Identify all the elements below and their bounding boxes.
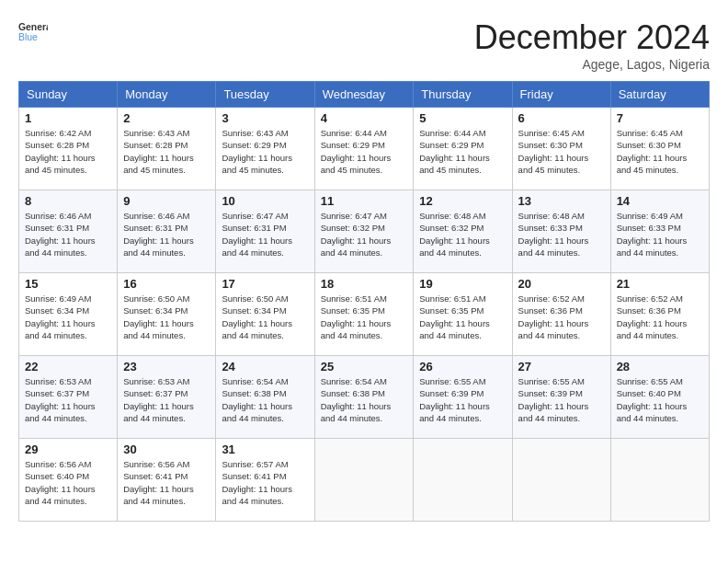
day-number: 28 [617, 360, 703, 373]
day-info: Sunrise: 6:45 AMSunset: 6:30 PMDaylight:… [617, 128, 688, 175]
calendar-cell: 9 Sunrise: 6:46 AMSunset: 6:31 PMDayligh… [118, 190, 216, 273]
calendar-cell: 20 Sunrise: 6:52 AMSunset: 6:36 PMDaylig… [512, 273, 610, 356]
header-thursday: Thursday [414, 82, 512, 108]
day-number: 15 [25, 277, 111, 291]
calendar-cell: 6 Sunrise: 6:45 AMSunset: 6:30 PMDayligh… [512, 108, 610, 190]
logo: General Blue [18, 18, 48, 48]
calendar-cell [314, 439, 414, 522]
day-info: Sunrise: 6:43 AMSunset: 6:29 PMDaylight:… [222, 128, 292, 175]
day-info: Sunrise: 6:54 AMSunset: 6:38 PMDaylight:… [222, 376, 292, 423]
day-number: 18 [321, 277, 408, 291]
day-number: 12 [419, 194, 506, 208]
day-number: 3 [222, 111, 308, 125]
calendar-cell: 28 Sunrise: 6:55 AMSunset: 6:40 PMDaylig… [610, 356, 709, 439]
day-number: 27 [518, 360, 605, 373]
day-info: Sunrise: 6:53 AMSunset: 6:37 PMDaylight:… [25, 376, 96, 423]
day-number: 23 [123, 360, 210, 373]
day-info: Sunrise: 6:49 AMSunset: 6:34 PMDaylight:… [25, 293, 96, 340]
day-number: 14 [617, 194, 703, 208]
day-info: Sunrise: 6:49 AMSunset: 6:33 PMDaylight:… [617, 211, 688, 258]
day-info: Sunrise: 6:46 AMSunset: 6:31 PMDaylight:… [25, 211, 96, 258]
day-info: Sunrise: 6:47 AMSunset: 6:32 PMDaylight:… [321, 211, 392, 258]
day-info: Sunrise: 6:50 AMSunset: 6:34 PMDaylight:… [123, 293, 194, 340]
day-number: 2 [123, 111, 210, 125]
day-number: 11 [321, 194, 408, 208]
day-number: 1 [25, 111, 111, 125]
day-info: Sunrise: 6:52 AMSunset: 6:36 PMDaylight:… [518, 293, 589, 340]
day-number: 16 [123, 277, 210, 291]
calendar-cell: 21 Sunrise: 6:52 AMSunset: 6:36 PMDaylig… [610, 273, 709, 356]
svg-text:General: General [18, 22, 48, 32]
calendar-cell: 19 Sunrise: 6:51 AMSunset: 6:35 PMDaylig… [414, 273, 512, 356]
calendar-week-row: 29 Sunrise: 6:56 AMSunset: 6:40 PMDaylig… [19, 439, 710, 522]
calendar-cell: 31 Sunrise: 6:57 AMSunset: 6:41 PMDaylig… [216, 439, 314, 522]
calendar-cell [610, 439, 709, 522]
day-number: 17 [222, 277, 308, 291]
day-number: 13 [518, 194, 605, 208]
day-info: Sunrise: 6:53 AMSunset: 6:37 PMDaylight:… [123, 376, 194, 423]
calendar-cell: 29 Sunrise: 6:56 AMSunset: 6:40 PMDaylig… [19, 439, 118, 522]
day-info: Sunrise: 6:43 AMSunset: 6:28 PMDaylight:… [123, 128, 194, 175]
location-subtitle: Agege, Lagos, Nigeria [474, 57, 710, 72]
day-number: 9 [123, 194, 210, 208]
calendar-cell: 25 Sunrise: 6:54 AMSunset: 6:38 PMDaylig… [314, 356, 414, 439]
day-info: Sunrise: 6:56 AMSunset: 6:41 PMDaylight:… [123, 459, 194, 506]
day-number: 4 [321, 111, 408, 125]
calendar-cell: 14 Sunrise: 6:49 AMSunset: 6:33 PMDaylig… [610, 190, 709, 273]
day-info: Sunrise: 6:57 AMSunset: 6:41 PMDaylight:… [222, 459, 292, 506]
calendar-header-row: Sunday Monday Tuesday Wednesday Thursday… [19, 82, 710, 108]
calendar-cell: 18 Sunrise: 6:51 AMSunset: 6:35 PMDaylig… [314, 273, 414, 356]
day-info: Sunrise: 6:50 AMSunset: 6:34 PMDaylight:… [222, 293, 292, 340]
calendar-cell: 23 Sunrise: 6:53 AMSunset: 6:37 PMDaylig… [118, 356, 216, 439]
day-info: Sunrise: 6:48 AMSunset: 6:32 PMDaylight:… [419, 211, 490, 258]
calendar-week-row: 1 Sunrise: 6:42 AMSunset: 6:28 PMDayligh… [19, 108, 710, 190]
header-sunday: Sunday [19, 82, 118, 108]
day-info: Sunrise: 6:51 AMSunset: 6:35 PMDaylight:… [321, 293, 392, 340]
day-info: Sunrise: 6:48 AMSunset: 6:33 PMDaylight:… [518, 211, 589, 258]
day-info: Sunrise: 6:46 AMSunset: 6:31 PMDaylight:… [123, 211, 194, 258]
header-monday: Monday [118, 82, 216, 108]
calendar-cell: 5 Sunrise: 6:44 AMSunset: 6:29 PMDayligh… [414, 108, 512, 190]
calendar-cell: 12 Sunrise: 6:48 AMSunset: 6:32 PMDaylig… [414, 190, 512, 273]
day-number: 7 [617, 111, 703, 125]
calendar-cell: 11 Sunrise: 6:47 AMSunset: 6:32 PMDaylig… [314, 190, 414, 273]
svg-text:Blue: Blue [18, 32, 38, 42]
day-info: Sunrise: 6:44 AMSunset: 6:29 PMDaylight:… [321, 128, 392, 175]
calendar-cell [512, 439, 610, 522]
calendar-cell [414, 439, 512, 522]
day-info: Sunrise: 6:44 AMSunset: 6:29 PMDaylight:… [419, 128, 490, 175]
day-info: Sunrise: 6:55 AMSunset: 6:40 PMDaylight:… [617, 376, 688, 423]
day-number: 22 [25, 360, 111, 373]
day-number: 31 [222, 442, 308, 456]
calendar-cell: 22 Sunrise: 6:53 AMSunset: 6:37 PMDaylig… [19, 356, 118, 439]
calendar-week-row: 15 Sunrise: 6:49 AMSunset: 6:34 PMDaylig… [19, 273, 710, 356]
day-number: 20 [518, 277, 605, 291]
calendar-cell: 17 Sunrise: 6:50 AMSunset: 6:34 PMDaylig… [216, 273, 314, 356]
calendar-cell: 26 Sunrise: 6:55 AMSunset: 6:39 PMDaylig… [414, 356, 512, 439]
header-tuesday: Tuesday [216, 82, 314, 108]
day-number: 5 [419, 111, 506, 125]
day-info: Sunrise: 6:42 AMSunset: 6:28 PMDaylight:… [25, 128, 96, 175]
calendar-cell: 2 Sunrise: 6:43 AMSunset: 6:28 PMDayligh… [118, 108, 216, 190]
calendar-cell: 27 Sunrise: 6:55 AMSunset: 6:39 PMDaylig… [512, 356, 610, 439]
day-info: Sunrise: 6:56 AMSunset: 6:40 PMDaylight:… [25, 459, 96, 506]
day-number: 25 [321, 360, 408, 373]
day-info: Sunrise: 6:55 AMSunset: 6:39 PMDaylight:… [518, 376, 589, 423]
day-info: Sunrise: 6:55 AMSunset: 6:39 PMDaylight:… [419, 376, 490, 423]
day-info: Sunrise: 6:52 AMSunset: 6:36 PMDaylight:… [617, 293, 688, 340]
header-friday: Friday [512, 82, 610, 108]
calendar-week-row: 8 Sunrise: 6:46 AMSunset: 6:31 PMDayligh… [19, 190, 710, 273]
day-number: 30 [123, 442, 210, 456]
calendar-cell: 10 Sunrise: 6:47 AMSunset: 6:31 PMDaylig… [216, 190, 314, 273]
day-info: Sunrise: 6:51 AMSunset: 6:35 PMDaylight:… [419, 293, 490, 340]
calendar-cell: 15 Sunrise: 6:49 AMSunset: 6:34 PMDaylig… [19, 273, 118, 356]
day-number: 26 [419, 360, 506, 373]
day-info: Sunrise: 6:54 AMSunset: 6:38 PMDaylight:… [321, 376, 392, 423]
header-wednesday: Wednesday [314, 82, 414, 108]
calendar-cell: 4 Sunrise: 6:44 AMSunset: 6:29 PMDayligh… [314, 108, 414, 190]
calendar-cell: 13 Sunrise: 6:48 AMSunset: 6:33 PMDaylig… [512, 190, 610, 273]
page-header: General Blue December 2024 Agege, Lagos,… [18, 18, 710, 72]
day-number: 6 [518, 111, 605, 125]
day-number: 10 [222, 194, 308, 208]
day-number: 19 [419, 277, 506, 291]
